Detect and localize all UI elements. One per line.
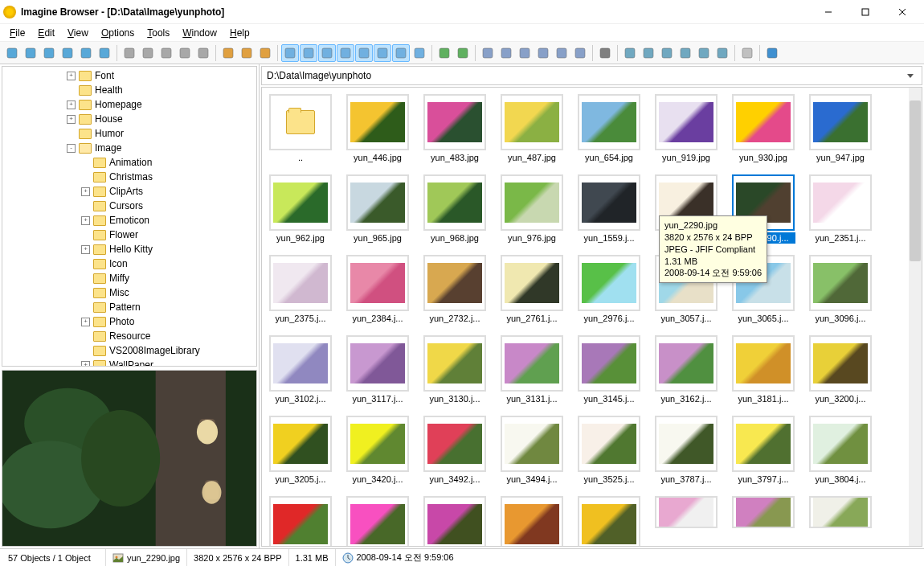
new-window-icon[interactable]	[59, 44, 76, 62]
menu-file[interactable]: File	[3, 26, 31, 40]
view6-icon[interactable]	[571, 44, 589, 62]
thumb-item[interactable]: yun_3420.j...	[345, 416, 410, 485]
thumb-item[interactable]: yun_487.jpg	[500, 94, 564, 163]
edit-icon[interactable]	[738, 44, 756, 62]
view4-icon[interactable]	[534, 44, 552, 62]
thumb-item[interactable]: yun_1559.j...	[577, 174, 641, 244]
image-icon[interactable]	[121, 44, 138, 62]
thumb-item[interactable]: yun_3525.j...	[577, 416, 641, 485]
batch5-icon[interactable]	[695, 44, 713, 62]
camera-icon[interactable]	[22, 44, 39, 62]
tree-item-house[interactable]: +House	[2, 112, 256, 126]
batch2-icon[interactable]	[640, 44, 657, 62]
thumb-item[interactable]: yun_2375.j...	[268, 255, 333, 324]
thumb-item[interactable]: yun_3162.j...	[654, 335, 718, 404]
trash-icon[interactable]	[176, 44, 194, 62]
tiles-icon[interactable]	[355, 44, 373, 62]
thumb-item[interactable]: yun_930.jpg	[731, 94, 795, 163]
menu-view[interactable]: View	[61, 26, 95, 40]
batch3-icon[interactable]	[658, 44, 676, 62]
tree-item-homepage[interactable]: +Homepage	[2, 97, 256, 112]
minimize-button[interactable]	[810, 0, 847, 24]
thumb-item[interactable]: yun_3130.j...	[423, 335, 487, 404]
tree-item-resource[interactable]: Resource	[2, 329, 256, 343]
thumb-item[interactable]: yun_962.jpg	[268, 174, 333, 244]
folder-tree[interactable]: +FontHealth+Homepage+HouseHumor-ImageAni…	[2, 66, 257, 367]
tree-item-cursors[interactable]: Cursors	[2, 199, 256, 213]
thumb-item[interactable]: yun_976.jpg	[500, 174, 564, 244]
thumb-item[interactable]: yun_3864.j...	[268, 496, 333, 547]
paste-icon[interactable]	[256, 44, 274, 62]
tree-item-emoticon[interactable]: +Emoticon	[2, 213, 256, 228]
thumbs-icon[interactable]	[374, 44, 391, 62]
scrollbar[interactable]	[909, 88, 922, 546]
thumb-item[interactable]: yun_3205.j...	[268, 416, 333, 485]
thumb-item[interactable]: yun_3145.j...	[577, 335, 641, 404]
folder-open-icon[interactable]	[40, 44, 58, 62]
thumb-item[interactable]: yun_3200.j...	[808, 335, 873, 404]
view1-icon[interactable]	[479, 44, 497, 62]
thumb-item[interactable]: yun_3494.j...	[500, 416, 564, 485]
thumbnail-grid[interactable]: ..yun_446.jpgyun_483.jpgyun_487.jpgyun_6…	[261, 87, 922, 547]
lock-icon[interactable]	[194, 44, 212, 62]
tree-item-flower[interactable]: Flower	[2, 228, 256, 242]
eye-icon[interactable]	[3, 44, 21, 62]
menu-tools[interactable]: Tools	[141, 26, 176, 40]
grid-icon[interactable]	[281, 44, 299, 62]
list-icon[interactable]	[300, 44, 317, 62]
menu-options[interactable]: Options	[95, 26, 141, 40]
view3-icon[interactable]	[516, 44, 534, 62]
thumb-item[interactable]: yun_4037.j...	[500, 496, 564, 547]
tree-item-cliparts[interactable]: +ClipArts	[2, 184, 256, 199]
tree-item-image[interactable]: -Image	[2, 141, 256, 155]
thumb-item[interactable]: yun_2761.j...	[500, 255, 564, 324]
thumb-item[interactable]: yun_2384.j...	[345, 255, 410, 324]
view2-icon[interactable]	[497, 44, 515, 62]
thumb-item[interactable]: yun_3181.j...	[731, 335, 795, 404]
thumb-item[interactable]: yun_446.jpg	[345, 94, 410, 163]
tree-item-photo[interactable]: +Photo	[2, 314, 256, 329]
cut-icon[interactable]	[219, 44, 237, 62]
thumb-item[interactable]: yun_3804.j...	[808, 416, 873, 485]
tree-item-pattern[interactable]: Pattern	[2, 300, 256, 314]
address-bar[interactable]: D:\Data\Image\yunphoto	[261, 66, 922, 85]
thumb-item[interactable]: yun_919.jpg	[654, 94, 718, 163]
thumb-item[interactable]	[808, 496, 873, 547]
close-button[interactable]	[884, 0, 921, 24]
thumb-item[interactable]: yun_2976.j...	[577, 255, 641, 324]
thumb-item[interactable]: yun_3797.j...	[731, 416, 795, 485]
batch4-icon[interactable]	[677, 44, 694, 62]
thumb-item[interactable]: yun_3131.j...	[500, 335, 564, 404]
copy-icon[interactable]	[238, 44, 256, 62]
batch1-icon[interactable]	[621, 44, 639, 62]
tree-item-icon[interactable]: Icon	[2, 256, 256, 271]
menu-edit[interactable]: Edit	[31, 26, 61, 40]
menu-window[interactable]: Window	[176, 26, 223, 40]
view5-icon[interactable]	[553, 44, 570, 62]
refresh-icon[interactable]	[454, 44, 472, 62]
play-icon[interactable]	[435, 44, 453, 62]
tree-item-animation[interactable]: Animation	[2, 155, 256, 170]
tree-item-christmas[interactable]: Christmas	[2, 170, 256, 184]
tree-item-wallpaper[interactable]: +WallPaper	[2, 358, 256, 367]
thumb-item[interactable]	[731, 496, 795, 547]
flag-icon[interactable]	[139, 44, 157, 62]
thumb-item[interactable]	[654, 496, 718, 547]
thumb-item[interactable]: yun_965.jpg	[345, 174, 410, 244]
tree-item-font[interactable]: +Font	[2, 68, 256, 83]
print-icon[interactable]	[77, 44, 95, 62]
batch6-icon[interactable]	[713, 44, 731, 62]
thumb-item[interactable]: yun_3117.j...	[345, 335, 410, 404]
wrench-icon[interactable]	[596, 44, 614, 62]
tree-item-health[interactable]: Health	[2, 83, 256, 97]
thumb-item[interactable]: yun_3492.j...	[423, 416, 487, 485]
details-icon[interactable]	[337, 44, 354, 62]
thumb-item[interactable]: yun_4103.j...	[577, 496, 641, 547]
picture-icon[interactable]	[411, 44, 428, 62]
thumb-item[interactable]: yun_654.jpg	[577, 94, 641, 163]
maximize-button[interactable]	[847, 0, 884, 24]
tree-item-hello-kitty[interactable]: +Hello Kitty	[2, 242, 256, 256]
clipboard-icon[interactable]	[157, 44, 175, 62]
thumb-item[interactable]: yun_2351.j...	[808, 174, 873, 244]
info-icon[interactable]	[96, 44, 113, 62]
